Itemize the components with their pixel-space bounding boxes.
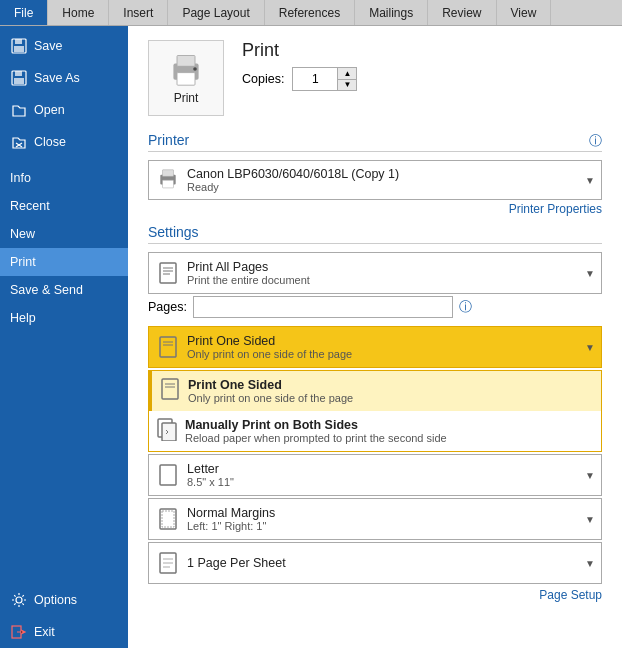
pages-info-icon[interactable]: ⓘ (459, 298, 472, 316)
tab-mailings[interactable]: Mailings (355, 0, 428, 25)
saveas-icon (10, 69, 28, 87)
letter-main: Letter (187, 462, 593, 476)
printer-name: Canon LBP6030/6040/6018L (Copy 1) (187, 167, 593, 181)
sidebar-item-help[interactable]: Help (0, 304, 128, 332)
pages-per-sheet-icon (157, 549, 179, 577)
settings-section-header: Settings (148, 224, 602, 244)
print-sided-arrow: ▼ (585, 342, 595, 353)
page-setup-label: Page Setup (539, 588, 602, 602)
printer-dropdown-arrow: ▼ (585, 175, 595, 186)
ribbon-tabs: File Home Insert Page Layout References … (0, 0, 622, 26)
print-sided-dropdown[interactable]: Print One Sided Only print on one side o… (148, 326, 602, 368)
panel-item-one-sided[interactable]: Print One Sided Only print on one side o… (149, 371, 601, 411)
print-button[interactable]: Print (148, 40, 224, 116)
svg-rect-4 (15, 71, 22, 76)
print-sided-text: Print One Sided Only print on one side o… (187, 334, 593, 360)
margins-dropdown[interactable]: Normal Margins Left: 1" Right: 1" ▼ (148, 498, 602, 540)
open-icon (10, 101, 28, 119)
svg-rect-11 (177, 56, 195, 67)
sidebar-item-save-send-label: Save & Send (10, 283, 83, 297)
printer-section-header: Printer ⓘ (148, 132, 602, 152)
pages-per-sheet-text: 1 Page Per Sheet (187, 556, 593, 570)
sidebar-item-print[interactable]: Print (0, 248, 128, 276)
svg-rect-21 (160, 337, 176, 357)
pages-input[interactable] (193, 296, 453, 318)
sidebar-item-save-label: Save (34, 39, 63, 53)
panel-one-sided-icon (160, 377, 180, 405)
sidebar-item-close[interactable]: Close (0, 126, 128, 158)
printer-properties-link[interactable]: Printer Properties (148, 202, 602, 216)
tab-review[interactable]: Review (428, 0, 496, 25)
pages-per-sheet-arrow: ▼ (585, 558, 595, 569)
settings-section-title: Settings (148, 224, 199, 240)
pages-row: Pages: ⓘ (148, 296, 602, 318)
sidebar-item-info[interactable]: Info (0, 164, 128, 192)
svg-rect-2 (14, 46, 24, 52)
print-header: Print Print Copies: ▲ ▼ (148, 40, 602, 116)
panel-item-both-sides[interactable]: Manually Print on Both Sides Reload pape… (149, 411, 601, 451)
svg-rect-29 (160, 465, 176, 485)
sidebar-item-new[interactable]: New (0, 220, 128, 248)
printer-icon (168, 51, 204, 87)
letter-dropdown[interactable]: Letter 8.5" x 11" ▼ (148, 454, 602, 496)
sidebar-item-saveas-label: Save As (34, 71, 80, 85)
sidebar-item-options[interactable]: Options (0, 584, 128, 616)
sidebar-item-saveas[interactable]: Save As (0, 62, 128, 94)
sidebar-item-exit[interactable]: Exit (0, 616, 128, 648)
sidebar-item-new-label: New (10, 227, 35, 241)
sidebar-item-print-label: Print (10, 255, 36, 269)
panel-both-sides-sub: Reload paper when prompted to print the … (185, 432, 447, 444)
print-all-pages-main: Print All Pages (187, 260, 593, 274)
svg-rect-31 (162, 511, 174, 527)
save-icon (10, 37, 28, 55)
svg-rect-12 (177, 73, 195, 86)
copies-down-button[interactable]: ▼ (338, 79, 356, 90)
letter-arrow: ▼ (585, 470, 595, 481)
printer-info-icon[interactable]: ⓘ (589, 132, 602, 150)
print-sided-sub: Only print on one side of the page (187, 348, 593, 360)
svg-rect-28 (162, 423, 176, 441)
tab-file[interactable]: File (0, 0, 48, 25)
tab-page-layout[interactable]: Page Layout (168, 0, 264, 25)
tab-references[interactable]: References (265, 0, 355, 25)
print-button-label: Print (174, 91, 199, 105)
svg-rect-17 (160, 263, 176, 283)
svg-point-13 (193, 67, 197, 71)
panel-both-sides-main: Manually Print on Both Sides (185, 418, 447, 432)
svg-rect-5 (14, 78, 24, 84)
copies-input[interactable] (293, 68, 337, 90)
copies-row: Copies: ▲ ▼ (242, 67, 357, 91)
sidebar-item-save-send[interactable]: Save & Send (0, 276, 128, 304)
copies-up-button[interactable]: ▲ (338, 68, 356, 79)
sidebar-item-recent[interactable]: Recent (0, 192, 128, 220)
sidebar-item-save[interactable]: Save (0, 30, 128, 62)
margins-text: Normal Margins Left: 1" Right: 1" (187, 506, 593, 532)
print-all-pages-dropdown[interactable]: Print All Pages Print the entire documen… (148, 252, 602, 294)
print-all-pages-arrow: ▼ (585, 268, 595, 279)
exit-icon (10, 623, 28, 641)
tab-view[interactable]: View (497, 0, 552, 25)
printer-section: Printer ⓘ Canon LBP6030/6040/6018L (Copy… (148, 132, 602, 216)
close-file-icon (10, 133, 28, 151)
panel-both-sides-icon (157, 417, 177, 445)
pages-per-sheet-main: 1 Page Per Sheet (187, 556, 593, 570)
content-area: Print Print Copies: ▲ ▼ (128, 26, 622, 648)
pages-label: Pages: (148, 300, 187, 314)
tab-home[interactable]: Home (48, 0, 109, 25)
main-layout: Save Save As Open Close Info (0, 26, 622, 648)
sidebar-item-recent-label: Recent (10, 199, 50, 213)
margins-icon (157, 505, 179, 533)
svg-rect-24 (162, 379, 178, 399)
sidebar: Save Save As Open Close Info (0, 26, 128, 648)
print-all-pages-icon (157, 259, 179, 287)
tab-insert[interactable]: Insert (109, 0, 168, 25)
letter-text: Letter 8.5" x 11" (187, 462, 593, 488)
panel-both-sides-text: Manually Print on Both Sides Reload pape… (185, 418, 447, 444)
print-all-pages-text: Print All Pages Print the entire documen… (187, 260, 593, 286)
pages-per-sheet-dropdown[interactable]: 1 Page Per Sheet ▼ (148, 542, 602, 584)
sided-dropdown-panel: Print One Sided Only print on one side o… (148, 370, 602, 452)
sidebar-item-open[interactable]: Open (0, 94, 128, 126)
svg-rect-1 (15, 39, 22, 44)
page-setup-link[interactable]: Page Setup (148, 588, 602, 602)
printer-dropdown[interactable]: Canon LBP6030/6040/6018L (Copy 1) Ready … (148, 160, 602, 200)
